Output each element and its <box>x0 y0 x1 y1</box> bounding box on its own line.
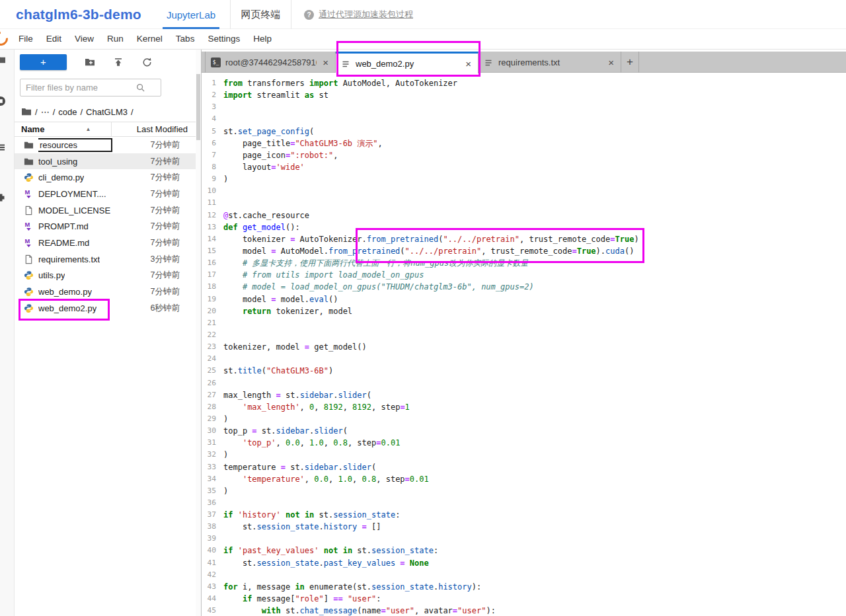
running-icon[interactable] <box>0 96 6 106</box>
help-link[interactable]: ? 通过代理源加速装包过程 <box>304 0 413 29</box>
menu-item-run[interactable]: Run <box>100 29 130 50</box>
code-line[interactable]: 34 'temperature', 0.0, 1.0, 0.8, step=0.… <box>202 473 846 485</box>
file-row-DEPLOYMENT[interactable]: MDEPLOYMENT....7分钟前 <box>15 186 196 202</box>
code-line[interactable]: 42 <box>202 569 846 581</box>
code-line[interactable]: 26 <box>202 377 846 389</box>
code-line[interactable]: 17 # from utils import load_model_on_gpu… <box>202 269 846 281</box>
code-line[interactable]: 21 <box>202 317 846 329</box>
code-line[interactable]: 24 <box>202 353 846 365</box>
code-text: def get_model(): <box>223 221 300 233</box>
code-line[interactable]: 35) <box>202 485 846 497</box>
editor-tab-root-37446294258791628[interactable]: $_root@37446294258791628× <box>205 52 336 73</box>
code-line[interactable]: 4 <box>202 113 846 125</box>
menu-item-edit[interactable]: Edit <box>40 29 68 50</box>
code-editor[interactable]: 1from transformers import AutoModel, Aut… <box>202 74 846 616</box>
code-line[interactable]: 8 layout='wide' <box>202 161 846 173</box>
code-line[interactable]: 16 # 多显卡支持，使用下面两行代替上面一行，将num_gpus改为你实际的显… <box>202 257 846 269</box>
menu-item-tabs[interactable]: Tabs <box>169 29 202 50</box>
folder-icon[interactable] <box>21 106 32 117</box>
breadcrumb-segment[interactable]: code <box>58 107 77 117</box>
files-icon[interactable] <box>0 54 6 65</box>
code-line[interactable]: 10 <box>202 185 846 197</box>
editor-tab-web-demo2-py[interactable]: web_demo2.py× <box>336 52 479 73</box>
column-name[interactable]: Name ▲ <box>15 124 111 134</box>
new-tab-button[interactable]: + <box>621 52 639 73</box>
help-link-label[interactable]: 通过代理源加速装包过程 <box>319 9 413 20</box>
line-number: 4 <box>202 113 216 125</box>
code-line[interactable]: 41 st.session_state.past_key_values = No… <box>202 557 846 569</box>
file-row-resources[interactable]: resources7分钟前 <box>15 137 196 153</box>
code-line[interactable]: 27max_length = st.sidebar.slider( <box>202 389 846 401</box>
line-number: 2 <box>202 89 216 101</box>
code-line[interactable]: 11 <box>202 197 846 209</box>
file-row-cli-demo-py[interactable]: cli_demo.py7分钟前 <box>15 169 196 186</box>
code-line[interactable]: 6 page_title="ChatGLM3-6b 演示", <box>202 137 846 149</box>
close-icon[interactable]: × <box>464 58 473 69</box>
code-line[interactable]: 15 model = AutoModel.from_pretrained("..… <box>202 245 846 257</box>
code-line[interactable]: 33temperature = st.sidebar.slider( <box>202 461 846 473</box>
refresh-icon[interactable] <box>141 57 152 67</box>
breadcrumb-segment[interactable]: ⋯ <box>41 107 50 117</box>
new-folder-icon[interactable] <box>85 57 95 67</box>
scrollbar-thumb[interactable] <box>196 74 200 140</box>
header-tab-web-terminal[interactable]: 网页终端 <box>230 0 291 29</box>
code-line[interactable]: 45 with st.chat_message(name="user", ava… <box>202 605 846 616</box>
list-icon[interactable] <box>0 142 6 153</box>
file-row-web-demo2-py[interactable]: web_demo2.py6秒钟前 <box>15 300 196 317</box>
code-line[interactable]: 40if 'past_key_values' not in st.session… <box>202 545 846 557</box>
code-line[interactable]: 5st.set_page_config( <box>202 126 846 137</box>
menu-item-settings[interactable]: Settings <box>201 29 247 50</box>
code-line[interactable]: 18 # model = load_model_on_gpus("THUDM/c… <box>202 281 846 293</box>
extensions-icon[interactable] <box>0 193 6 204</box>
code-line[interactable]: 7 page_icon=":robot:", <box>202 149 846 161</box>
code-line[interactable]: 38 st.session_state.history = [] <box>202 521 846 533</box>
close-icon[interactable]: × <box>607 57 615 68</box>
code-line[interactable]: 14 tokenizer = AutoTokenizer.from_pretra… <box>202 233 846 245</box>
file-row-PROMPT-md[interactable]: MPROMPT.md7分钟前 <box>15 218 196 235</box>
file-row-utils-py[interactable]: utils.py7分钟前 <box>15 268 196 284</box>
line-number: 39 <box>202 533 216 545</box>
code-line[interactable]: 29) <box>202 413 846 425</box>
editor-tab-requirements-txt[interactable]: requirements.txt× <box>479 52 621 73</box>
menu-item-kernel[interactable]: Kernel <box>130 29 169 50</box>
menu-item-file[interactable]: File <box>12 29 40 50</box>
code-line[interactable]: 25st.title("ChatGLM3-6B") <box>202 365 846 377</box>
code-line[interactable]: 37if 'history' not in st.session_state: <box>202 509 846 521</box>
breadcrumb-segment[interactable]: ChatGLM3 <box>86 107 128 117</box>
file-row-web-demo-py[interactable]: web_demo.py7分钟前 <box>15 284 196 300</box>
code-line[interactable]: 3 <box>202 101 846 113</box>
code-line[interactable]: 2import streamlit as st <box>202 89 846 101</box>
code-line[interactable]: 43for i, message in enumerate(st.session… <box>202 581 846 593</box>
code-line[interactable]: 23tokenizer, model = get_model() <box>202 341 846 353</box>
header-tab-jupyterlab[interactable]: JupyterLab <box>152 0 230 29</box>
code-line[interactable]: 28 'max_length', 0, 8192, 8192, step=1 <box>202 401 846 413</box>
code-line[interactable]: 32) <box>202 449 846 461</box>
file-row-tool-using[interactable]: tool_using7分钟前 <box>15 153 196 170</box>
code-line[interactable]: 20 return tokenizer, model <box>202 305 846 317</box>
code-line[interactable]: 22 <box>202 329 846 341</box>
new-launcher-button[interactable]: + <box>20 54 67 70</box>
menu-item-view[interactable]: View <box>68 29 100 50</box>
file-browser-scrollbar[interactable] <box>196 50 201 616</box>
file-row-MODEL-LICENSE[interactable]: MODEL_LICENSE7分钟前 <box>15 202 196 219</box>
close-icon[interactable]: × <box>321 57 330 68</box>
file-row-requirements-txt[interactable]: requirements.txt3分钟前 <box>15 251 196 268</box>
code-line[interactable]: 12@st.cache_resource <box>202 210 846 221</box>
folder-icon <box>24 140 34 150</box>
code-line[interactable]: 39 <box>202 533 846 545</box>
column-last-modified[interactable]: Last Modified <box>111 122 196 137</box>
question-icon: ? <box>304 10 314 20</box>
code-line[interactable]: 44 if message["role"] == "user": <box>202 593 846 605</box>
code-line[interactable]: 9) <box>202 173 846 185</box>
file-row-README-md[interactable]: MREADME.md7分钟前 <box>15 235 196 251</box>
code-line[interactable]: 1from transformers import AutoModel, Aut… <box>202 77 846 89</box>
main-area: + /⋯/code/ChatGLM3/ Name ▲ Last Modified… <box>0 50 846 616</box>
code-line[interactable]: 13def get_model(): <box>202 221 846 233</box>
code-line[interactable]: 19 model = model.eval() <box>202 293 846 305</box>
upload-icon[interactable] <box>113 57 124 67</box>
rename-input[interactable]: resources <box>38 138 112 152</box>
menu-item-help[interactable]: Help <box>247 29 278 50</box>
code-line[interactable]: 31 'top_p', 0.0, 1.0, 0.8, step=0.01 <box>202 437 846 449</box>
code-line[interactable]: 30top_p = st.sidebar.slider( <box>202 425 846 437</box>
code-line[interactable]: 36 <box>202 497 846 509</box>
